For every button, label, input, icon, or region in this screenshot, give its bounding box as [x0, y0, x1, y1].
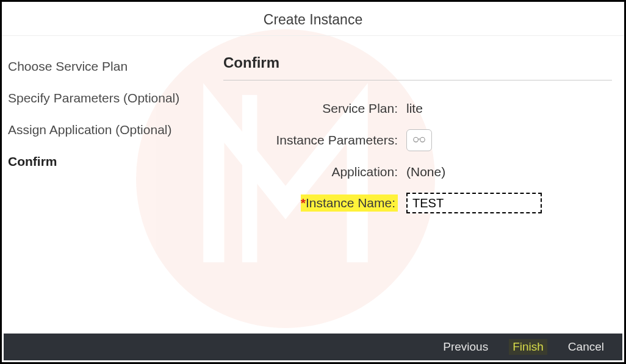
instance-name-input[interactable] [406, 193, 542, 213]
dialog-title: Create Instance [2, 2, 624, 36]
application-value: (None) [406, 165, 445, 179]
previous-button[interactable]: Previous [439, 339, 492, 355]
step-choose-service-plan[interactable]: Choose Service Plan [5, 51, 212, 82]
view-parameters-button[interactable] [406, 129, 432, 151]
required-mark: * [301, 196, 306, 210]
panel-title: Confirm [223, 54, 612, 80]
svg-point-2 [420, 137, 425, 142]
step-assign-application[interactable]: Assign Application (Optional) [5, 114, 212, 146]
finish-button[interactable]: Finish [509, 339, 547, 355]
cancel-button[interactable]: Cancel [564, 339, 608, 355]
step-confirm[interactable]: Confirm [5, 146, 212, 177]
application-label: Application: [223, 165, 406, 179]
wizard-steps: Choose Service Plan Specify Parameters (… [2, 36, 212, 335]
instance-parameters-label: Instance Parameters: [223, 133, 406, 148]
instance-name-label: *Instance Name: [223, 194, 406, 212]
step-specify-parameters[interactable]: Specify Parameters (Optional) [5, 82, 212, 114]
svg-point-1 [414, 137, 419, 142]
confirm-panel: Confirm Service Plan: lite Instance Para… [212, 36, 624, 335]
service-plan-value: lite [406, 101, 423, 116]
glasses-icon [411, 133, 427, 148]
service-plan-label: Service Plan: [223, 101, 406, 116]
dialog-footer: Previous Finish Cancel [4, 334, 622, 360]
